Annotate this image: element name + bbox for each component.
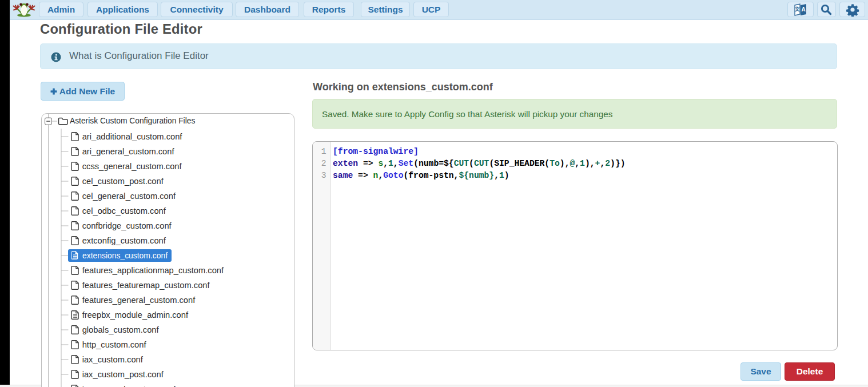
svg-text:文: 文 [794,6,800,12]
svg-text:A: A [801,6,805,13]
